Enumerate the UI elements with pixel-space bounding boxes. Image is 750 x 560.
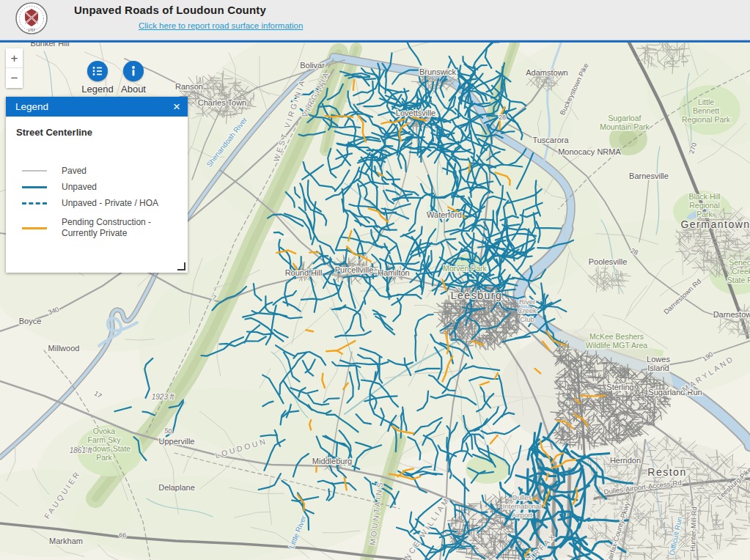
legend-resize-handle[interactable]	[177, 262, 185, 270]
map-label: Ranson	[175, 82, 203, 91]
legend-item: Pending Construction - Currently Private	[16, 217, 180, 239]
legend-panel-header: Legend ×	[6, 97, 188, 117]
page-title: Unpaved Roads of Loudoun County	[74, 4, 266, 16]
map-label: Markham	[49, 537, 83, 545]
map-label: 28	[499, 114, 506, 121]
zoom-out-button[interactable]: −	[6, 68, 23, 88]
legend-item-label: Paved	[62, 166, 87, 177]
map-label: Hamilton	[378, 268, 409, 277]
about-button[interactable]: About	[111, 61, 155, 95]
info-icon	[123, 61, 144, 81]
map-label: McKee BeshersWildlife MGT Area	[586, 332, 648, 350]
map-label: Lovettsville	[396, 108, 435, 117]
map-label: Barnesville	[629, 172, 669, 180]
seal-year: 1757	[28, 29, 36, 32]
map-label: Delaplane	[158, 483, 195, 492]
map-label: Poolesville	[589, 257, 628, 266]
map-label: Herndon	[610, 456, 641, 465]
map-label: Germantown	[680, 218, 750, 230]
map-label: Charles Town	[198, 98, 246, 107]
map-label: Bunker Hill	[30, 43, 69, 48]
map-label: 1861 ft	[70, 446, 93, 454]
map-label: LowesIsland	[647, 355, 670, 372]
map-label: Millwood	[48, 344, 80, 353]
map-label: Middleburg	[312, 457, 352, 465]
map-label: Sugarland Run	[648, 388, 702, 397]
map-label: Reston	[647, 466, 686, 478]
map-label: Upperville	[159, 437, 195, 446]
map-container: Bunker HillBolivarBrunswickRansonCharles…	[0, 40, 750, 560]
legend-item-label: Unpaved	[62, 182, 97, 193]
map-label: Sterling	[606, 383, 633, 391]
legend-panel: Legend × Street Centerline PavedUnpavedU…	[6, 97, 188, 273]
legend-item: Paved	[16, 163, 180, 179]
map-label: Purcellville	[335, 265, 374, 274]
county-seal-logo: 1757	[15, 2, 48, 34]
zoom-control: + −	[6, 48, 23, 88]
map-label: Leesburg	[451, 290, 502, 301]
legend-items: PavedUnpavedUnpaved - Private / HOAPendi…	[16, 163, 180, 239]
map-label: Boyce	[19, 317, 42, 325]
legend-item-label: Pending Construction - Currently Private	[62, 217, 180, 239]
about-button-label: About	[121, 84, 146, 95]
legend-close-button[interactable]: ×	[173, 100, 180, 113]
app-header: 1757 Unpaved Roads of Loudoun County Cli…	[0, 0, 750, 40]
map-label: Bolivar	[300, 61, 325, 70]
map-label: Morven Park	[443, 264, 487, 273]
map-label: Darnestown	[713, 310, 750, 319]
legend-button-label: Legend	[81, 84, 113, 95]
zoom-in-button[interactable]: +	[6, 48, 23, 68]
legend-item: Unpaved - Private / HOA	[16, 195, 180, 211]
report-link[interactable]: Click here to report road surface inform…	[139, 21, 303, 30]
map-label: Brunswick	[419, 67, 457, 76]
legend-panel-title: Legend	[15, 101, 48, 112]
legend-item: Unpaved	[16, 179, 180, 195]
map-label: Monocacy NRMA	[558, 147, 621, 156]
map-label: Waterford	[427, 210, 462, 219]
map-label: Hunter-Mill-Rd	[688, 506, 698, 552]
map-label: RiverCreekClub	[518, 298, 537, 323]
map-label: 50	[164, 427, 172, 435]
map-label: Tuscarora	[532, 136, 569, 144]
map-label: 66	[119, 531, 127, 539]
legend-section-title: Street Centerline	[16, 127, 180, 138]
legend-item-label: Unpaved - Private / HOA	[62, 198, 158, 209]
map-label: 1923 ft	[152, 393, 175, 401]
map-label: Round Hill	[285, 268, 323, 277]
legend-list-icon	[87, 61, 108, 81]
map-label: Adamstown	[526, 68, 567, 77]
